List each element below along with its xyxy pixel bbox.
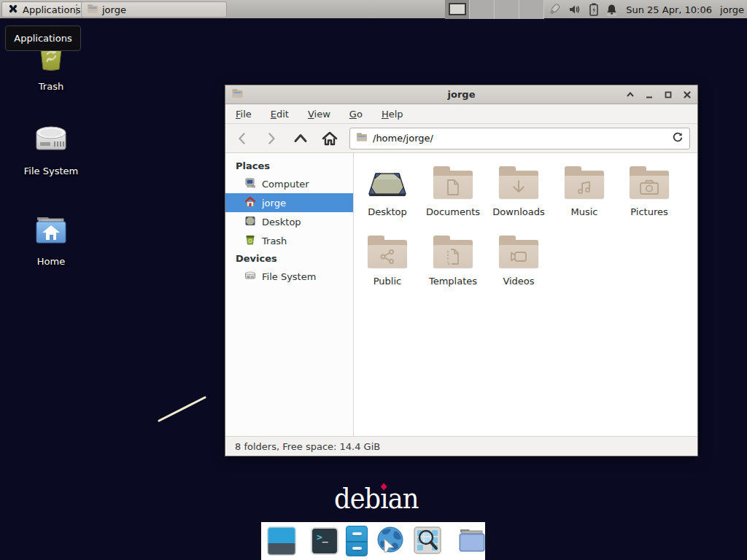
home-folder-icon [32, 211, 70, 250]
computer-icon [244, 177, 256, 191]
desktop-icon-label: File System [24, 166, 78, 176]
menu-help[interactable]: Help [382, 109, 403, 120]
path-text[interactable]: /home/jorge/ [373, 133, 433, 144]
forward-button[interactable] [262, 129, 281, 148]
applications-label: Applications [23, 4, 80, 15]
documents-folder-icon [433, 165, 473, 200]
battery-charging-icon[interactable] [589, 2, 599, 17]
desktop-icon-home[interactable]: Home [15, 211, 88, 267]
workspace-4[interactable] [519, 0, 544, 19]
file-item-label: Templates [429, 276, 477, 287]
sidebar-item-label: File System [262, 271, 316, 282]
panel-clock[interactable]: Sun 25 Apr, 10:06 [626, 0, 712, 19]
menubar: File Edit View Go Help [225, 104, 697, 124]
back-button[interactable] [233, 129, 252, 148]
applications-menu-button[interactable]: Applications [1, 1, 86, 18]
file-item-label: Public [374, 276, 401, 287]
applications-tooltip: Applications [5, 26, 81, 51]
minimize-button[interactable] [645, 90, 654, 99]
file-manager-launcher[interactable] [346, 526, 368, 556]
sidebar-item-label: Desktop [262, 217, 301, 228]
folder-icon [457, 526, 487, 556]
terminal-launcher[interactable]: >_ [311, 527, 338, 555]
file-item-label: Music [571, 206, 598, 217]
up-button[interactable] [291, 129, 310, 148]
public-folder-icon [367, 234, 408, 269]
top-panel: Applications jorge [0, 0, 747, 19]
file-item-public[interactable]: Public [355, 234, 420, 287]
home-button[interactable] [320, 129, 339, 148]
taskbar-window-button[interactable]: jorge [81, 1, 227, 18]
show-desktop-icon [267, 526, 296, 556]
folder-icon [87, 3, 98, 17]
close-button[interactable] [683, 90, 692, 99]
workspace-1[interactable] [445, 0, 470, 19]
shade-button[interactable] [626, 90, 635, 99]
application-finder-launcher[interactable] [413, 526, 442, 557]
sidebar: Places Computer [225, 153, 354, 436]
app-finder-icon [413, 526, 442, 557]
panel-username[interactable]: jorge [720, 0, 744, 19]
file-item-downloads[interactable]: Downloads [486, 165, 551, 217]
file-item-label: Downloads [492, 206, 544, 217]
debian-logo-pre: deb [334, 481, 380, 515]
menu-go[interactable]: Go [349, 109, 363, 120]
menu-edit[interactable]: Edit [271, 109, 289, 120]
file-list-view[interactable]: Desktop Documents Download [354, 153, 697, 436]
folder-launcher[interactable] [457, 526, 487, 556]
file-item-pictures[interactable]: Pictures [616, 165, 682, 217]
sidebar-item-label: Computer [262, 179, 309, 190]
taskbar-window-label: jorge [102, 4, 126, 15]
workspace-2[interactable] [470, 0, 495, 19]
workspace-switcher [445, 0, 544, 19]
file-item-label: Videos [503, 276, 534, 287]
file-item-music[interactable]: Music [551, 165, 617, 217]
applications-icon [7, 3, 19, 17]
file-item-documents[interactable]: Documents [420, 165, 486, 217]
web-browser-launcher[interactable] [375, 525, 406, 558]
toolbar: /home/jorge/ [225, 124, 697, 153]
sidebar-header-devices: Devices [225, 250, 353, 267]
globe-browser-icon [375, 525, 406, 558]
downloads-folder-icon [498, 165, 539, 200]
desktop-icon-file-system[interactable]: File System [15, 121, 88, 176]
show-desktop-button[interactable] [267, 526, 296, 556]
desktop-icon [244, 215, 256, 229]
file-item-label: Documents [426, 206, 480, 217]
sidebar-item-trash[interactable]: Trash [225, 231, 353, 250]
music-folder-icon [564, 165, 605, 200]
menu-view[interactable]: View [308, 109, 330, 120]
desktop-icon-label: Trash [39, 81, 63, 92]
notification-bell-icon[interactable] [605, 3, 618, 17]
file-cabinet-icon [346, 526, 368, 556]
mouse-icon[interactable] [547, 2, 562, 17]
volume-icon[interactable] [568, 3, 582, 16]
templates-folder-icon [433, 234, 473, 269]
sidebar-header-places: Places [225, 158, 353, 174]
titlebar[interactable]: jorge [225, 85, 697, 104]
debian-logo-post: an [388, 481, 419, 515]
reload-icon[interactable] [672, 131, 684, 145]
file-item-label: Desktop [368, 206, 407, 217]
hard-disk-icon [244, 270, 256, 284]
sidebar-item-jorge[interactable]: jorge [225, 193, 353, 212]
sidebar-item-desktop[interactable]: Desktop [225, 212, 353, 231]
sidebar-item-file-system[interactable]: File System [225, 267, 353, 286]
maximize-button[interactable] [664, 90, 673, 99]
file-item-desktop[interactable]: Desktop [355, 165, 420, 217]
folder-icon [356, 131, 368, 145]
debian-logo-text: debıan [334, 481, 419, 515]
pictures-folder-icon [629, 165, 670, 200]
terminal-icon: >_ [311, 527, 338, 555]
file-item-templates[interactable]: Templates [420, 234, 486, 287]
menu-file[interactable]: File [236, 109, 252, 120]
path-bar[interactable]: /home/jorge/ [349, 128, 690, 149]
workspace-3[interactable] [495, 0, 519, 19]
trash-icon [244, 234, 256, 248]
panel-grip-handle[interactable] [76, 4, 78, 15]
file-item-videos[interactable]: Videos [486, 234, 551, 287]
desktop-special-icon [367, 165, 408, 200]
file-manager-window: jorge File Edit View Go Help [225, 85, 698, 456]
videos-folder-icon [498, 234, 539, 269]
sidebar-item-computer[interactable]: Computer [225, 174, 353, 193]
